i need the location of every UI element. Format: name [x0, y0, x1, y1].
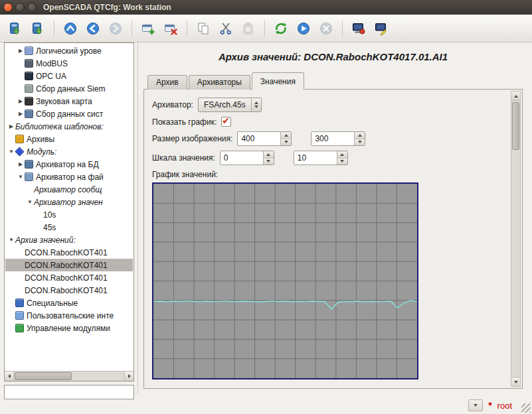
expand-arrow-icon[interactable]: ▶	[17, 48, 25, 54]
spin-up-button[interactable]	[337, 151, 347, 159]
save-to-db-button[interactable]	[28, 19, 48, 38]
tree-item-label: Звуковая карта	[36, 97, 92, 106]
values-vertical-scrollbar[interactable]	[511, 91, 521, 387]
load-from-db-button[interactable]	[5, 19, 25, 38]
expand-arrow-icon[interactable]: ▶	[17, 161, 25, 167]
archiver-combobox[interactable]: FSArch.45s	[198, 98, 262, 112]
tree-item[interactable]: ▶Архиватор на БД	[5, 158, 133, 171]
tree-item[interactable]: DCON.RabochKOT401	[5, 271, 133, 284]
tree-item-label: DCON.RabochKOT401	[25, 261, 108, 270]
start-updating-button[interactable]	[294, 19, 313, 38]
triangle-right-icon	[128, 374, 131, 378]
spin-up-button[interactable]	[281, 132, 291, 139]
maximize-button[interactable]	[27, 3, 37, 12]
image-width-spinbox[interactable]: 400	[237, 131, 292, 146]
window-buttons	[3, 3, 37, 12]
logic-level-icon	[25, 46, 33, 55]
spin-down-button[interactable]	[337, 159, 347, 165]
scale-from-spinbox[interactable]: 0	[220, 151, 274, 165]
minimize-button[interactable]	[15, 3, 25, 12]
item-delete-button[interactable]	[161, 19, 181, 38]
tree-item[interactable]: 45s	[5, 221, 133, 234]
tree-item[interactable]: Архиватор сообщ	[5, 183, 133, 196]
item-add-button[interactable]	[138, 19, 158, 38]
expand-arrow-icon[interactable]: ▶	[17, 98, 25, 104]
scroll-down-button[interactable]	[511, 377, 520, 386]
spin-down-button[interactable]	[264, 159, 274, 165]
window-title: OpenSCADA QTCfg: Work station	[43, 3, 171, 12]
expand-arrow-icon[interactable]: ▶	[17, 111, 25, 117]
page-title: Архив значений: DCON.RabochKOT4017.01.AI…	[138, 51, 528, 62]
tree-item[interactable]: ▼Модуль:	[5, 145, 133, 158]
modified-flag: *	[488, 400, 491, 411]
tree-item[interactable]: ▼Архиватор значен	[5, 196, 133, 208]
values-graph-plot	[153, 184, 417, 378]
tree-item[interactable]: Архивы	[5, 133, 133, 145]
tree-item[interactable]: Управление модулями	[5, 322, 133, 334]
tab-archivators[interactable]: Архиваторы	[189, 75, 250, 90]
expand-arrow-icon[interactable]: ▶	[7, 123, 15, 129]
collapse-arrow-icon[interactable]: ▼	[26, 199, 34, 205]
tree-item[interactable]: ModBUS	[5, 57, 133, 70]
paste-icon	[241, 21, 256, 36]
siemens-icon	[25, 84, 33, 93]
scroll-left-button[interactable]	[5, 372, 14, 381]
remote-stations-button[interactable]	[349, 19, 369, 38]
go-forward-button[interactable]	[106, 19, 126, 38]
tree-item[interactable]: 10s	[5, 208, 133, 221]
scroll-up-button[interactable]	[511, 92, 520, 101]
spin-down-button[interactable]	[281, 139, 291, 146]
scale-to-spinbox[interactable]: 10	[294, 151, 348, 165]
tree-item[interactable]: ▶Звуковая карта	[5, 95, 133, 107]
show-graph-checkbox[interactable]	[221, 117, 231, 127]
tree-item[interactable]: ▶Логический урове	[5, 44, 133, 57]
go-back-button[interactable]	[83, 19, 103, 38]
cut-item-button[interactable]	[216, 19, 236, 38]
titlebar: OpenSCADA QTCfg: Work station	[0, 0, 532, 15]
tree-item[interactable]: DCON.RabochKOT401	[5, 284, 133, 297]
close-button[interactable]	[3, 3, 13, 12]
tree-item[interactable]: Пользовательские инте	[5, 309, 133, 322]
tree-item[interactable]: ▼Архиватор на фай	[5, 171, 133, 183]
image-height-spinbox[interactable]: 300	[311, 131, 365, 146]
spin-up-button[interactable]	[264, 151, 274, 159]
station-edit-button[interactable]	[371, 19, 391, 38]
tree-item[interactable]: DCON.RabochKOT401	[5, 246, 133, 259]
tab-values[interactable]: Значения	[252, 72, 304, 90]
arrow-left-icon	[86, 21, 100, 36]
tab-bar: Архив Архиваторы Значения	[147, 72, 306, 90]
triangle-down-icon	[358, 141, 362, 143]
scroll-right-button[interactable]	[124, 372, 133, 381]
tree-item-label: Сбор данных Siem	[36, 84, 105, 94]
toolbar-separator	[264, 21, 265, 36]
triangle-up-icon	[514, 95, 518, 98]
tree-item[interactable]: ▼Архив значений:	[5, 234, 133, 246]
tree-item[interactable]: DCON.RabochKOT401	[5, 259, 133, 271]
window-resize-grip[interactable]	[521, 403, 531, 413]
paste-item-button[interactable]	[238, 19, 258, 38]
go-up-button[interactable]	[60, 19, 80, 38]
refresh-button[interactable]	[271, 19, 291, 38]
spin-down-button[interactable]	[355, 139, 365, 146]
copy-item-button[interactable]	[193, 19, 213, 38]
tree-item[interactable]: OPC UA	[5, 70, 133, 82]
combo-arrows[interactable]	[251, 98, 261, 111]
collapse-arrow-icon[interactable]: ▼	[7, 237, 15, 243]
spin-up-button[interactable]	[355, 132, 365, 139]
tree-item[interactable]: Сбор данных Siem	[5, 82, 133, 95]
horizontal-scroll-thumb[interactable]	[15, 372, 72, 380]
status-combo-button[interactable]	[468, 399, 483, 411]
vertical-scroll-thumb[interactable]	[512, 102, 519, 150]
tree-item[interactable]: ▶Сбор данных сист	[5, 107, 133, 120]
tree-item[interactable]: Специальные	[5, 297, 133, 309]
collapse-arrow-icon[interactable]: ▼	[17, 174, 25, 180]
tree-item-label: 10s	[43, 210, 56, 220]
tree-item[interactable]: ▶Библиотека шаблонов:	[5, 120, 133, 133]
stop-updating-button[interactable]	[316, 19, 336, 38]
tree-horizontal-scrollbar[interactable]	[5, 371, 133, 381]
tab-archive[interactable]: Архив	[147, 75, 187, 90]
toolbar-separator	[187, 21, 187, 36]
tree-item-label: Пользовательские инте	[27, 311, 114, 320]
tree-item-label: Сбор данных сист	[36, 109, 103, 119]
remote-station-icon	[351, 21, 366, 36]
